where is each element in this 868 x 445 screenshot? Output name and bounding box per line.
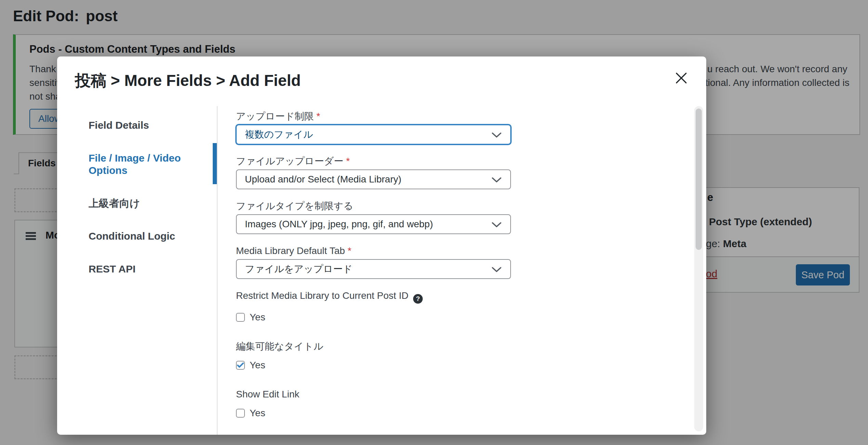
modal-scrollbar-track[interactable] xyxy=(694,106,703,431)
required-asterisk: * xyxy=(346,156,350,166)
upload-limit-select[interactable]: 複数のファイル xyxy=(236,125,511,144)
field-label: 編集可能なタイトル xyxy=(236,341,706,352)
tab-field-details[interactable]: Field Details xyxy=(89,119,217,131)
tab-rest-api[interactable]: REST API xyxy=(89,263,217,275)
form-row-media-library-default-tab: Media Library Default Tab* ファイルをアップロード xyxy=(236,246,706,279)
chevron-down-icon xyxy=(492,132,501,138)
check-icon xyxy=(237,363,244,368)
checkbox-label[interactable]: Yes xyxy=(250,408,265,419)
close-icon[interactable] xyxy=(675,72,688,85)
file-uploader-select[interactable]: Upload and/or Select (Media Library) xyxy=(236,169,511,189)
pods-edit-pod-screen: Edit Pod:post Pods - Custom Content Type… xyxy=(0,0,868,445)
help-icon[interactable]: ? xyxy=(413,294,423,304)
field-label: Media Library Default Tab* xyxy=(236,246,706,256)
form-row-file-uploader: ファイルアップローダー* Upload and/or Select (Media… xyxy=(236,156,706,189)
modal-form: アップロード制限* 複数のファイル ファイルアップローダー* Upload an… xyxy=(218,106,706,435)
chevron-down-icon xyxy=(492,222,501,228)
checkbox[interactable] xyxy=(236,409,245,418)
form-row-restrict-file-types: ファイルタイプを制限する Images (ONLY jpg, jpeg, png… xyxy=(236,201,706,234)
editable-title-checkbox-row[interactable]: Yes xyxy=(236,360,706,370)
tab-conditional-logic[interactable]: Conditional Logic xyxy=(89,230,217,242)
field-label: アップロード制限* xyxy=(236,111,706,122)
field-label: Show Edit Link xyxy=(236,389,706,399)
show-edit-link-checkbox-row[interactable]: Yes xyxy=(236,408,706,418)
modal-sidebar: Field Details File / Image / Video Optio… xyxy=(57,106,218,435)
checkbox-label[interactable]: Yes xyxy=(250,312,265,323)
add-field-modal: 投稿 > More Fields > Add Field Field Detai… xyxy=(57,56,706,435)
checkbox[interactable] xyxy=(236,361,245,370)
checkbox[interactable] xyxy=(236,313,245,322)
tab-file-image-video-options[interactable]: File / Image / Video Options xyxy=(89,152,217,177)
form-row-show-edit-link: Show Edit Link Yes xyxy=(236,389,706,418)
chevron-down-icon xyxy=(492,267,501,273)
field-label: ファイルアップローダー* xyxy=(236,156,706,166)
checkbox-label[interactable]: Yes xyxy=(250,360,265,371)
form-row-upload-limit: アップロード制限* 複数のファイル xyxy=(236,111,706,144)
modal-title: 投稿 > More Fields > Add Field xyxy=(75,70,301,91)
field-label: Restrict Media Library to Current Post I… xyxy=(236,291,706,304)
media-library-default-tab-select[interactable]: ファイルをアップロード xyxy=(236,259,511,279)
restrict-media-library-checkbox-row[interactable]: Yes xyxy=(236,312,706,322)
chevron-down-icon xyxy=(492,177,501,183)
field-label: ファイルタイプを制限する xyxy=(236,201,706,211)
modal-scrollbar-thumb[interactable] xyxy=(696,109,702,250)
form-row-editable-title: 編集可能なタイトル Yes xyxy=(236,341,706,370)
required-asterisk: * xyxy=(316,111,320,122)
tab-advanced[interactable]: 上級者向け xyxy=(89,197,217,209)
restrict-file-types-select[interactable]: Images (ONLY jpg, jpeg, png, gif, and we… xyxy=(236,214,511,234)
required-asterisk: * xyxy=(348,245,352,256)
form-row-restrict-media-library: Restrict Media Library to Current Post I… xyxy=(236,291,706,322)
modal-body: Field Details File / Image / Video Optio… xyxy=(57,106,706,435)
